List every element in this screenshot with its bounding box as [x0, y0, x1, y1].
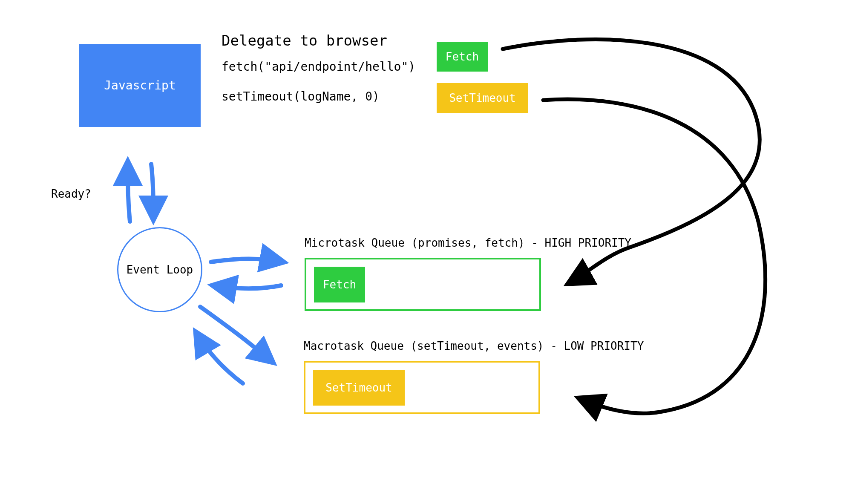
browser-task-settimeout: SetTimeout	[437, 83, 528, 113]
arrow-loop-to-macro-icon	[200, 307, 273, 362]
microtask-item-label: Fetch	[323, 278, 356, 291]
code-line-settimeout: setTimeout(logName, 0)	[222, 89, 380, 104]
microtask-title: Microtask Queue (promises, fetch) - HIGH…	[305, 236, 631, 249]
ready-label: Ready?	[51, 187, 91, 200]
arrow-loop-to-js-icon	[128, 162, 130, 222]
microtask-item: Fetch	[314, 267, 365, 302]
macrotask-item: SetTimeout	[313, 370, 405, 406]
browser-task-fetch-label: Fetch	[446, 50, 479, 63]
javascript-box-label: Javascript	[104, 78, 176, 92]
macrotask-queue: SetTimeout	[304, 361, 540, 414]
code-line-fetch: fetch("api/endpoint/hello")	[222, 60, 415, 74]
event-loop-circle: Event Loop	[117, 227, 202, 312]
arrow-loop-to-micro-icon	[211, 259, 283, 262]
macrotask-item-label: SetTimeout	[325, 381, 392, 394]
arrow-settimeout-to-macrotask-icon	[543, 99, 766, 413]
arrow-js-to-loop-icon	[151, 164, 153, 219]
microtask-queue: Fetch	[305, 258, 541, 311]
browser-task-fetch: Fetch	[437, 42, 488, 72]
browser-task-settimeout-label: SetTimeout	[449, 92, 516, 104]
event-loop-label: Event Loop	[127, 263, 193, 276]
macrotask-title: Macrotask Queue (setTimeout, events) - L…	[304, 340, 644, 352]
arrow-macro-to-loop-icon	[196, 332, 243, 383]
delegate-heading: Delegate to browser	[222, 32, 387, 49]
javascript-box: Javascript	[79, 44, 201, 127]
arrow-micro-to-loop-icon	[213, 285, 281, 289]
